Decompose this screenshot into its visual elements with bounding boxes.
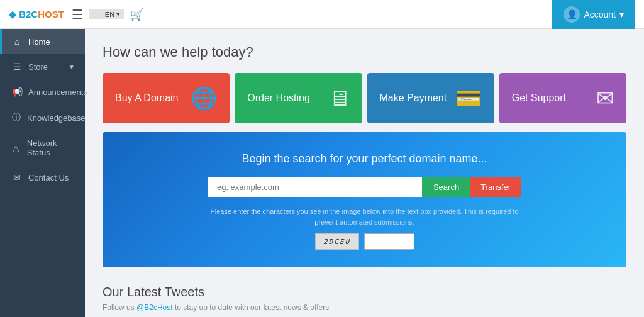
store-icon: ☰ bbox=[12, 62, 22, 72]
sidebar-item-knowledgebase[interactable]: ⓘ Knowledgebase bbox=[0, 104, 85, 131]
server-icon: 🖥 bbox=[328, 86, 350, 111]
info-icon: ⓘ bbox=[12, 112, 21, 123]
tweets-title: Our Latest Tweets bbox=[103, 285, 626, 299]
main-content: How can we help today? Buy A Domain 🌐 Or… bbox=[85, 29, 644, 317]
layout: ⌂ Home ☰ Store ▼ 📢 Announcements ⓘ Knowl… bbox=[0, 29, 644, 317]
globe-icon: 🌐 bbox=[191, 86, 217, 111]
top-nav: ◆ B2CHOST ☰ EN ▾ 🛒 👤 Account ▾ bbox=[0, 0, 644, 29]
domain-banner-title: Begin the search for your perfect domain… bbox=[115, 152, 614, 165]
captcha-input[interactable] bbox=[364, 233, 414, 250]
sidebar-item-home[interactable]: ⌂ Home bbox=[0, 29, 85, 54]
tweets-section: Our Latest Tweets Follow us @B2cHost to … bbox=[103, 282, 626, 312]
action-cards: Buy A Domain 🌐 Order Hosting 🖥 Make Paym… bbox=[103, 73, 626, 123]
hamburger-button[interactable]: ☰ bbox=[72, 7, 83, 22]
cart-button[interactable]: 🛒 bbox=[130, 8, 144, 21]
domain-search-row: Search Transfer bbox=[115, 177, 614, 197]
twitter-handle-link[interactable]: @B2cHost bbox=[136, 303, 173, 312]
logo-text: ◆ B2CHOST bbox=[9, 9, 64, 20]
logo: ◆ B2CHOST bbox=[9, 9, 64, 20]
transfer-button[interactable]: Transfer bbox=[470, 177, 521, 197]
captcha-notice: Please enter the characters you see in t… bbox=[115, 206, 614, 227]
domain-input[interactable] bbox=[208, 177, 422, 197]
get-support-card[interactable]: Get Support ✉ bbox=[499, 73, 626, 123]
sidebar-item-store[interactable]: ☰ Store ▼ bbox=[0, 54, 85, 79]
announcements-icon: 📢 bbox=[12, 87, 22, 97]
support-icon: ✉ bbox=[596, 86, 614, 111]
language-selector[interactable]: EN ▾ bbox=[89, 9, 124, 19]
make-payment-card[interactable]: Make Payment 💳 bbox=[367, 73, 494, 123]
nav-icons: ☰ EN ▾ 🛒 bbox=[72, 7, 144, 22]
sidebar: ⌂ Home ☰ Store ▼ 📢 Announcements ⓘ Knowl… bbox=[0, 29, 85, 317]
sidebar-item-announcements[interactable]: 📢 Announcements bbox=[0, 79, 85, 104]
home-icon: ⌂ bbox=[12, 36, 22, 47]
account-button[interactable]: 👤 Account ▾ bbox=[552, 0, 635, 29]
envelope-icon: ✉ bbox=[12, 172, 22, 182]
nav-left: ◆ B2CHOST ☰ EN ▾ 🛒 bbox=[9, 7, 144, 22]
sidebar-item-network-status[interactable]: △ Network Status bbox=[0, 131, 85, 165]
page-title: How can we help today? bbox=[103, 44, 626, 60]
buy-domain-card[interactable]: Buy A Domain 🌐 bbox=[103, 73, 230, 123]
nav-right: 👤 Account ▾ bbox=[552, 0, 635, 29]
search-button[interactable]: Search bbox=[422, 177, 470, 197]
warning-icon: △ bbox=[12, 143, 21, 153]
captcha-row: 2DCEU bbox=[115, 233, 614, 250]
domain-banner: Begin the search for your perfect domain… bbox=[103, 132, 626, 267]
captcha-image: 2DCEU bbox=[315, 233, 359, 250]
order-hosting-card[interactable]: Order Hosting 🖥 bbox=[235, 73, 362, 123]
sidebar-item-contact-us[interactable]: ✉ Contact Us bbox=[0, 165, 85, 190]
payment-icon: 💳 bbox=[455, 86, 482, 111]
avatar: 👤 bbox=[564, 6, 580, 23]
tweets-subtitle: Follow us @B2cHost to stay up to date wi… bbox=[103, 303, 626, 312]
